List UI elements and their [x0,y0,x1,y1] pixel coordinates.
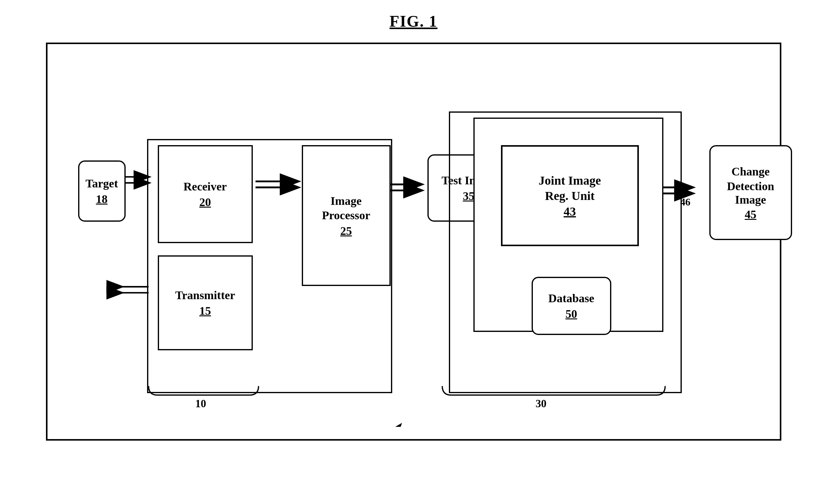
image-processor-box: Image Processor 25 [302,145,391,286]
receiver-box: Receiver 20 [158,145,253,243]
joint-image-reg-box: Joint Image Reg. Unit 43 [501,145,639,246]
page-title: FIG. 1 [389,12,437,30]
outer-box: 32 42 46 44 10 30 1 Target [46,43,781,441]
change-detection-image-box: Change Detection Image 45 [709,145,792,240]
database-box: Database 50 [532,277,611,335]
svg-text:30: 30 [536,397,546,410]
svg-text:10: 10 [195,397,206,410]
target-box: Target 18 [78,160,126,222]
transmitter-box: Transmitter 15 [158,256,253,350]
svg-line-23 [376,425,400,427]
